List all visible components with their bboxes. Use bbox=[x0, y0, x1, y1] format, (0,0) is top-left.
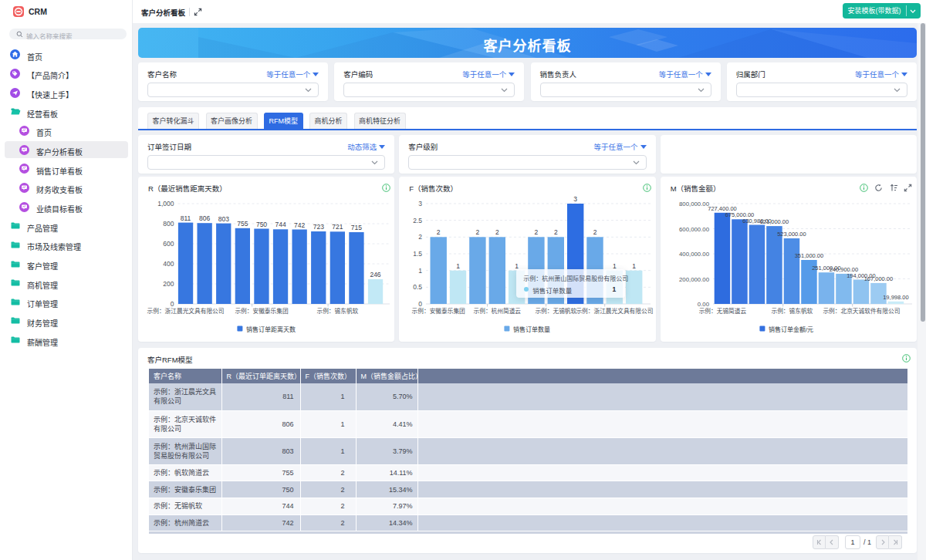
svg-text:2: 2 bbox=[554, 228, 558, 236]
svg-text:示例：杭州简道云: 示例：杭州简道云 bbox=[474, 307, 522, 315]
svg-text:721: 721 bbox=[332, 223, 343, 231]
svg-text:715: 715 bbox=[351, 224, 362, 231]
svg-text:0: 0 bbox=[171, 300, 174, 308]
svg-text:2: 2 bbox=[437, 228, 441, 236]
svg-text:示例：北京天诚软件有限公司: 示例：北京天诚软件有限公司 bbox=[823, 307, 900, 315]
svg-text:744: 744 bbox=[275, 221, 286, 228]
svg-text:723: 723 bbox=[313, 223, 324, 231]
svg-text:示例：浙江晨光文具有限公司: 示例：浙江晨光文具有限公司 bbox=[576, 307, 654, 315]
svg-text:19,998.00: 19,998.00 bbox=[883, 294, 908, 301]
svg-text:2: 2 bbox=[593, 228, 597, 236]
svg-text:2.5: 2.5 bbox=[413, 217, 422, 224]
svg-text:2: 2 bbox=[476, 228, 480, 236]
svg-text:销售订单金额/元: 销售订单金额/元 bbox=[769, 326, 813, 333]
svg-text:400: 400 bbox=[163, 260, 174, 268]
svg-text:0: 0 bbox=[419, 300, 423, 308]
svg-text:3: 3 bbox=[419, 200, 423, 207]
svg-text:1: 1 bbox=[633, 262, 637, 270]
svg-text:2: 2 bbox=[419, 233, 423, 241]
svg-text:800,000.00: 800,000.00 bbox=[679, 201, 710, 207]
svg-text:755: 755 bbox=[237, 220, 248, 228]
svg-text:200,000.00: 200,000.00 bbox=[679, 276, 710, 283]
svg-text:806: 806 bbox=[199, 214, 210, 222]
svg-text:2: 2 bbox=[495, 228, 499, 236]
svg-text:1.5: 1.5 bbox=[413, 250, 422, 258]
svg-text:246: 246 bbox=[370, 271, 380, 278]
svg-text:示例：安徽泰乐集团: 示例：安徽泰乐集团 bbox=[412, 307, 466, 315]
svg-text:2: 2 bbox=[535, 228, 539, 236]
svg-text:600: 600 bbox=[163, 240, 174, 248]
svg-text:621,000.00: 621,000.00 bbox=[759, 218, 789, 225]
svg-text:803: 803 bbox=[218, 215, 229, 223]
svg-text:示例：安徽泰乐集团: 示例：安徽泰乐集团 bbox=[235, 307, 289, 315]
svg-text:0.5: 0.5 bbox=[413, 283, 422, 291]
svg-text:1: 1 bbox=[456, 262, 460, 270]
svg-text:3: 3 bbox=[574, 195, 578, 203]
svg-text:示例：无锡简道云: 示例：无锡简道云 bbox=[698, 307, 746, 315]
svg-text:400,000.00: 400,000.00 bbox=[679, 251, 710, 258]
svg-text:示例：无锡帆软: 示例：无锡帆软 bbox=[536, 307, 577, 315]
svg-text:示例：锡东帆软: 示例：锡东帆软 bbox=[771, 307, 813, 315]
svg-text:750: 750 bbox=[256, 221, 267, 228]
svg-text:600,000.00: 600,000.00 bbox=[679, 226, 710, 233]
svg-text:销售订单距离天数: 销售订单距离天数 bbox=[246, 326, 296, 333]
svg-text:351,000.00: 351,000.00 bbox=[794, 252, 823, 259]
svg-text:示例：浙江晨光文具有限公司: 示例：浙江晨光文具有限公司 bbox=[147, 307, 225, 315]
svg-text:811: 811 bbox=[181, 214, 191, 222]
svg-text:200: 200 bbox=[163, 280, 174, 288]
svg-text:800: 800 bbox=[163, 220, 174, 228]
svg-text:示例：锡东帆软: 示例：锡东帆软 bbox=[316, 307, 358, 315]
svg-text:523,000.00: 523,000.00 bbox=[777, 231, 806, 238]
svg-text:1: 1 bbox=[419, 267, 423, 275]
svg-text:销售订单数量: 销售订单数量 bbox=[513, 326, 550, 333]
svg-text:1,000: 1,000 bbox=[157, 200, 174, 207]
svg-text:742: 742 bbox=[294, 221, 305, 229]
svg-text:167,000.00: 167,000.00 bbox=[863, 275, 893, 282]
